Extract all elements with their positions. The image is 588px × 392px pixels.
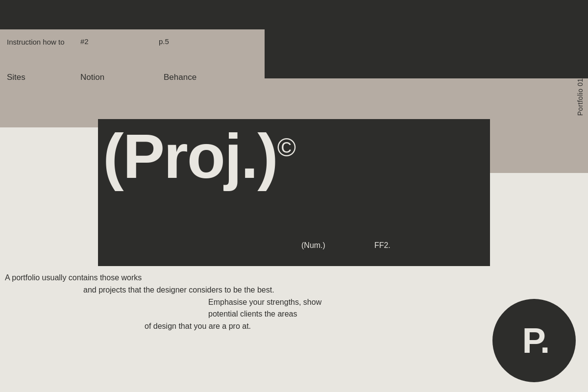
portfolio-label: Portfolio 01. bbox=[576, 76, 584, 116]
instruction-label: Instruction how to bbox=[7, 37, 80, 47]
body-text: A portfolio usually contains those works… bbox=[5, 272, 321, 333]
body-line-1: A portfolio usually contains those works bbox=[5, 272, 321, 284]
main-title-text: (Proj.) bbox=[103, 121, 277, 191]
dark-top-right-shape bbox=[265, 29, 588, 78]
meta-row: Instruction how to #2 p.5 bbox=[0, 33, 265, 51]
body-line-2: and projects that the designer considers… bbox=[83, 284, 321, 296]
p-badge: P. bbox=[492, 299, 576, 382]
num-row: (Num.) FF2. bbox=[301, 241, 391, 250]
meta-number: #2 bbox=[80, 37, 159, 46]
meta-page: p.5 bbox=[159, 37, 169, 46]
main-title: (Proj.)© bbox=[103, 125, 295, 188]
copyright-symbol: © bbox=[277, 133, 295, 162]
ff2-label: FF2. bbox=[374, 241, 391, 250]
body-line-5: of design that you are a pro at. bbox=[145, 320, 321, 333]
behance-link[interactable]: Behance bbox=[164, 73, 196, 82]
sites-label: Sites bbox=[7, 73, 80, 82]
notion-link[interactable]: Notion bbox=[80, 73, 164, 82]
num-label: (Num.) bbox=[301, 241, 325, 250]
body-line-4: potential clients the areas bbox=[208, 308, 321, 320]
sites-row: Sites Notion Behance bbox=[0, 73, 274, 82]
top-dark-bar bbox=[0, 0, 588, 29]
p-badge-text: P. bbox=[522, 320, 549, 361]
body-line-3: Emphasise your strengths, show bbox=[208, 296, 321, 309]
